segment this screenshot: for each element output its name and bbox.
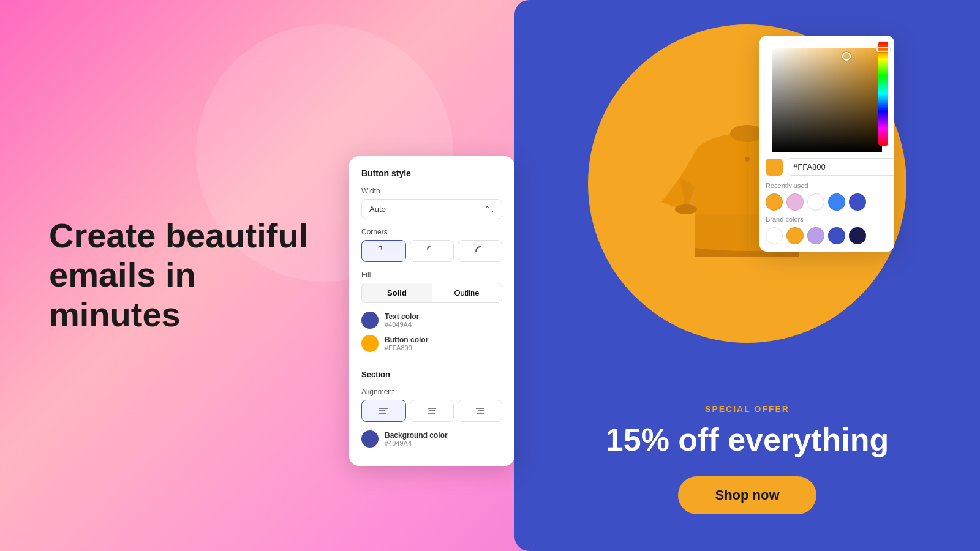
hue-cursor <box>876 47 890 52</box>
align-left-button[interactable] <box>361 400 406 422</box>
align-right-button[interactable] <box>458 400 502 422</box>
align-center-button[interactable] <box>410 400 454 422</box>
fill-toggle: Solid Outline <box>361 283 502 303</box>
brand-colors-label: Brand colors <box>766 216 888 223</box>
text-color-hex: #4049A4 <box>385 321 419 328</box>
button-color-hex: #FFA800 <box>385 344 428 351</box>
hue-slider[interactable] <box>878 42 888 146</box>
svg-point-5 <box>745 157 750 162</box>
width-value: Auto <box>369 204 386 214</box>
brand-color-swatches <box>766 227 888 244</box>
button-color-row[interactable]: Button color #FFA800 <box>361 335 502 352</box>
panel-title: Button style <box>361 168 502 178</box>
hero-text-block: Create beautiful emails in minutes <box>49 216 318 334</box>
text-color-info: Text color #4049A4 <box>385 312 419 328</box>
section-label: Section <box>361 370 502 379</box>
button-style-panel: Button style Width Auto ⌃↓ Corners Fill … <box>349 156 514 466</box>
brand-swatch-white[interactable] <box>766 227 783 244</box>
color-picker-cursor <box>842 52 851 61</box>
svg-point-2 <box>675 204 697 214</box>
email-content: SPECIAL OFFER 15% off everything Shop no… <box>514 392 980 551</box>
bg-color-hex: #4049A4 <box>385 440 448 447</box>
section-divider <box>361 361 502 361</box>
color-gradient-picker[interactable] <box>772 48 882 152</box>
alignment-label: Alignment <box>361 388 502 396</box>
fill-outline-option[interactable]: Outline <box>432 283 502 302</box>
brand-swatch-lavender[interactable] <box>807 227 824 244</box>
bg-color-dot <box>361 430 379 448</box>
color-picker-panel: Recently used Brand colors <box>760 36 894 252</box>
brand-swatch-navy[interactable] <box>849 227 866 244</box>
swatch-pink[interactable] <box>786 193 804 211</box>
hex-input-field[interactable] <box>788 158 894 176</box>
hero-heading: Create beautiful emails in minutes <box>49 216 318 334</box>
corner-round-button[interactable] <box>458 240 502 262</box>
button-color-info: Button color #FFA800 <box>385 335 428 351</box>
button-color-name: Button color <box>385 335 428 344</box>
swatch-indigo[interactable] <box>849 193 866 211</box>
corners-label: Corners <box>361 228 502 236</box>
swatch-blue[interactable] <box>828 193 845 211</box>
alignment-group <box>361 400 502 422</box>
brand-colors-section: Brand colors <box>760 216 894 252</box>
hex-input-row <box>760 152 894 182</box>
swatch-orange[interactable] <box>766 193 783 211</box>
fill-label: Fill <box>361 271 502 279</box>
bg-color-name: Background color <box>385 431 448 440</box>
bg-color-info: Background color #4049A4 <box>385 431 448 447</box>
color-picker-gradient-area <box>760 36 894 152</box>
recently-used-section: Recently used <box>760 182 894 216</box>
swatch-white[interactable] <box>807 193 824 211</box>
brand-swatch-orange[interactable] <box>786 227 804 244</box>
current-color-preview <box>766 159 783 176</box>
recently-used-label: Recently used <box>766 182 888 189</box>
text-color-row[interactable]: Text color #4049A4 <box>361 312 502 329</box>
brand-swatch-blue[interactable] <box>828 227 845 244</box>
button-color-dot <box>361 335 379 352</box>
width-select[interactable]: Auto ⌃↓ <box>361 199 502 219</box>
corner-slight-round-button[interactable] <box>410 240 454 262</box>
text-color-name: Text color <box>385 312 419 321</box>
text-color-dot <box>361 312 379 329</box>
email-preview-panel: SPECIAL OFFER 15% off everything Shop no… <box>514 0 980 551</box>
shop-now-button[interactable]: Shop now <box>678 476 816 514</box>
discount-text: 15% off everything <box>539 421 956 458</box>
corners-group <box>361 240 502 262</box>
chevron-icon: ⌃↓ <box>484 204 495 214</box>
recently-used-swatches <box>766 193 888 211</box>
special-offer-label: SPECIAL OFFER <box>539 404 956 414</box>
corner-sharp-button[interactable] <box>361 240 406 262</box>
bg-color-row[interactable]: Background color #4049A4 <box>361 430 502 448</box>
fill-solid-option[interactable]: Solid <box>362 283 432 302</box>
width-label: Width <box>361 187 502 195</box>
